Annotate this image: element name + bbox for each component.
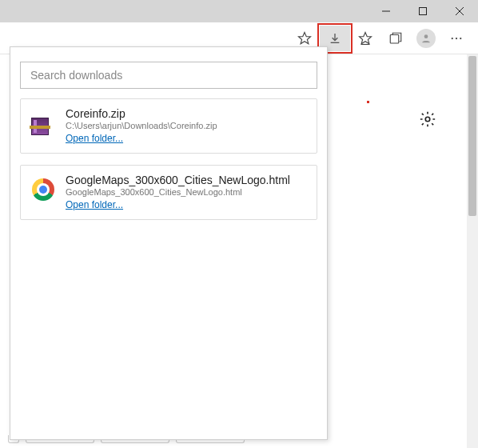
download-meta: Coreinfo.zipC:\Users\arjun\Downloads\Cor… [66, 107, 307, 145]
vertical-scrollbar[interactable] [467, 54, 478, 448]
window-close-button[interactable] [441, 0, 478, 22]
window-titlebar [0, 0, 478, 22]
download-filename: Coreinfo.zip [66, 107, 307, 120]
svg-marker-7 [360, 32, 372, 43]
svg-point-13 [460, 37, 461, 38]
downloads-list: Coreinfo.zipC:\Users\arjun\Downloads\Cor… [20, 98, 317, 231]
winrar-file-icon [30, 110, 56, 136]
more-menu-icon[interactable] [441, 26, 472, 51]
search-input[interactable] [29, 68, 309, 82]
window-maximize-button[interactable] [404, 0, 441, 22]
loading-indicator-dot [367, 101, 369, 103]
open-folder-link[interactable]: Open folder... [66, 199, 123, 210]
collections-icon[interactable] [380, 26, 411, 51]
svg-point-10 [424, 34, 428, 38]
download-item[interactable]: GoogleMaps_300x600_Cities_NewLogo.htmlGo… [20, 165, 317, 220]
download-filepath: C:\Users\arjun\Downloads\Coreinfo.zip [66, 121, 307, 130]
page-content: Coreinfo.zipC:\Users\arjun\Downloads\Cor… [0, 54, 478, 448]
scrollbar-thumb[interactable] [468, 56, 476, 216]
svg-point-12 [456, 37, 457, 38]
profile-avatar[interactable] [411, 26, 441, 51]
download-filepath: GoogleMaps_300x600_Cities_NewLogo.html [66, 187, 307, 197]
svg-point-11 [452, 37, 453, 38]
search-downloads-field[interactable] [20, 62, 317, 89]
download-filename: GoogleMaps_300x600_Cities_NewLogo.html [66, 174, 307, 186]
settings-gear-icon[interactable] [419, 110, 436, 131]
svg-point-14 [425, 117, 430, 122]
svg-rect-9 [390, 34, 399, 43]
chrome-file-icon [30, 177, 56, 202]
download-item[interactable]: Coreinfo.zipC:\Users\arjun\Downloads\Cor… [20, 98, 317, 154]
open-folder-link[interactable]: Open folder... [66, 133, 123, 144]
downloads-panel: Coreinfo.zipC:\Users\arjun\Downloads\Cor… [10, 46, 328, 440]
window-minimize-button[interactable] [368, 0, 404, 22]
favorites-bar-icon[interactable] [350, 26, 380, 51]
svg-rect-1 [420, 8, 427, 15]
svg-marker-4 [299, 32, 311, 43]
download-meta: GoogleMaps_300x600_Cities_NewLogo.htmlGo… [66, 174, 307, 211]
